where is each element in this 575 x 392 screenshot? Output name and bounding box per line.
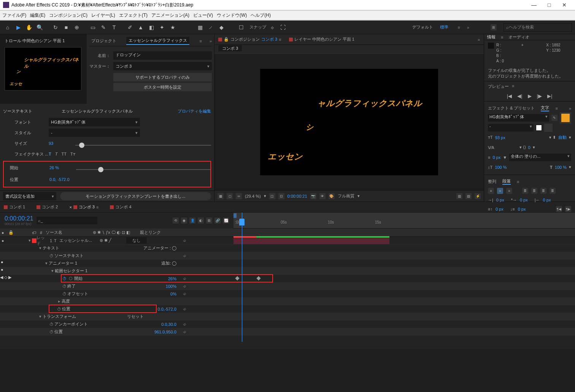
text-tool-icon[interactable]: T xyxy=(110,23,119,32)
resolution-icon[interactable]: ◫ xyxy=(269,193,275,199)
char-leading[interactable]: 自動 xyxy=(558,135,567,140)
name-input[interactable]: ドロップイン xyxy=(113,51,212,60)
tl-btn-5[interactable]: ⊞ xyxy=(206,217,212,224)
region-icon[interactable]: ⊡ xyxy=(278,193,284,199)
help-search-input[interactable]: ⌕ ヘルプを検索 xyxy=(504,23,572,32)
tab-preview[interactable]: プレビュー xyxy=(488,84,509,89)
menu-edit[interactable]: 編集(E) xyxy=(30,12,45,19)
export-mogrt-button[interactable]: モーショングラフィックステンプレートを書き出し... xyxy=(60,192,211,200)
row-start[interactable]: ◀ ◇ ▶ ⏱⬡開始26%꩜ xyxy=(0,275,575,282)
tab-project[interactable]: プロジェクト xyxy=(89,37,119,44)
stroke-option-select[interactable]: 全体の 塗りの... xyxy=(509,154,571,161)
font-select[interactable]: HG創英角ﾎﾟｯﾌﾟ体 xyxy=(49,118,140,126)
char-font-select[interactable]: HG創英角ﾎﾟｯﾌﾟ体 xyxy=(488,114,549,122)
fill-color-swatch[interactable] xyxy=(560,112,571,124)
menu-animation[interactable]: アニメーション(A) xyxy=(151,12,189,19)
start-slider-thumb[interactable] xyxy=(98,167,103,172)
rectangle-tool-icon[interactable]: ▭ xyxy=(88,23,97,32)
tl-graph-icon[interactable]: 📈 xyxy=(223,217,229,224)
minimize-button[interactable]: — xyxy=(526,0,542,10)
tab-audio[interactable]: オーディオ xyxy=(508,34,529,40)
play-icon[interactable]: ▶ xyxy=(528,93,532,99)
row-position[interactable]: ⏱位置0.0,-572.0꩜ xyxy=(0,305,575,313)
panel-overflow-icon[interactable]: » xyxy=(210,39,212,43)
stroke-color-swatch[interactable] xyxy=(536,125,542,131)
eyedropper-icon[interactable]: ✎ xyxy=(551,115,558,121)
tl-btn-2[interactable]: ◉ xyxy=(181,217,187,224)
library-icon[interactable]: ⊞ xyxy=(491,24,497,30)
roto-tool-icon[interactable]: ✦ xyxy=(157,23,167,32)
workspace-menu-icon[interactable]: ≡ xyxy=(457,25,460,30)
workspace-default[interactable]: デフォルト xyxy=(412,24,433,30)
tl-btn-1[interactable]: ⟲ xyxy=(173,217,179,224)
timeline-tab-4[interactable]: コンポ 4 xyxy=(110,204,131,210)
parent-select[interactable]: なし xyxy=(126,237,147,244)
timeline-tab-1[interactable]: コンポ 1 xyxy=(4,204,25,210)
bone-icon[interactable]: ⟋ xyxy=(206,23,215,32)
tab-character[interactable]: 文字 xyxy=(541,105,549,111)
puppet-tool-icon[interactable]: ★ xyxy=(168,23,177,32)
prev-frame-icon[interactable]: ◀| xyxy=(517,93,522,99)
char-size[interactable]: 93 px xyxy=(495,135,505,140)
style-select[interactable]: - xyxy=(49,129,140,137)
quality-dropdown-icon[interactable]: ▾ xyxy=(357,194,360,198)
char-style-select[interactable]: - xyxy=(488,124,534,132)
tl-btn-6[interactable]: 🔗 xyxy=(214,217,221,224)
vscale[interactable]: 100 % xyxy=(495,165,507,170)
first-frame-icon[interactable]: |◀ xyxy=(507,93,512,99)
stopwatch-icon[interactable]: ⏱ xyxy=(49,254,54,258)
workspace-standard[interactable]: 標準 xyxy=(440,24,448,30)
parent-pickwhip-icon[interactable]: ꩜ xyxy=(183,238,187,243)
size-value[interactable]: 93 xyxy=(49,141,75,146)
zoom-dropdown-icon[interactable]: ▾ xyxy=(264,194,266,198)
stroke-width[interactable]: 0 px xyxy=(492,155,500,160)
timeline-tab-2[interactable]: コンポ 2 xyxy=(37,204,58,210)
panel-menu-icon[interactable]: ≡ xyxy=(199,39,202,43)
tab-align[interactable]: 整列 xyxy=(488,179,496,184)
3d-view-icon[interactable]: ▤ xyxy=(465,193,472,199)
fast-preview-icon[interactable]: ⚡ xyxy=(475,193,481,199)
tab-paragraph[interactable]: 段落 xyxy=(502,178,511,185)
current-time-indicator[interactable] xyxy=(242,213,242,342)
toggle-mask-icon[interactable]: ◻ xyxy=(227,193,233,199)
hscale[interactable]: 100 % xyxy=(555,165,567,170)
zoom-value[interactable]: (29.4 %) xyxy=(245,194,261,198)
faux-bold-icon[interactable]: T xyxy=(49,152,51,156)
view-layout-icon[interactable]: ▥ xyxy=(456,193,462,199)
menu-file[interactable]: ファイル(F) xyxy=(2,12,26,19)
justify-right-icon[interactable]: ≣ xyxy=(540,188,546,194)
camera-tool-icon[interactable]: ■ xyxy=(62,23,71,32)
justify-left-icon[interactable]: ≣ xyxy=(522,188,528,194)
layer-tab[interactable]: レイヤー 中間色のシアン 平面 1 xyxy=(289,37,354,42)
mesh-icon[interactable]: ▦ xyxy=(195,23,205,32)
timeline-timecode[interactable]: 0:00:00:21 xyxy=(5,215,33,222)
comp-breadcrumb[interactable]: コンポ 3 xyxy=(218,45,242,51)
layer-duration-bar[interactable] xyxy=(233,237,389,244)
char-overflow-icon[interactable]: » xyxy=(569,106,571,111)
swap-colors-icon[interactable] xyxy=(544,124,553,132)
set-poster-time-button[interactable]: ポスター時間を設定 xyxy=(113,83,212,91)
menu-window[interactable]: ウィンドウ(W) xyxy=(217,12,247,19)
hand-tool-icon[interactable]: ✋ xyxy=(24,23,33,32)
edit-properties-link[interactable]: プロパティを編集 xyxy=(178,108,211,114)
allcaps-icon[interactable]: TT xyxy=(61,152,66,156)
char-tracking[interactable]: 0 xyxy=(528,145,531,150)
keyframe-icon[interactable] xyxy=(235,276,239,280)
pen-tool-icon[interactable]: ✎ xyxy=(99,23,108,32)
layer-row[interactable]: ● ▾ レッド 1 T エッセンシャル... ⊛ ✱ ╱ ꩜ なし xyxy=(0,237,575,244)
stopwatch-active-icon[interactable]: ⏱ xyxy=(62,276,67,281)
selection-tool-icon[interactable]: ▶ xyxy=(14,23,23,32)
menu-composition[interactable]: コンポジション(C) xyxy=(49,12,87,19)
menu-view[interactable]: ビュー(V) xyxy=(193,12,213,19)
comp-overflow-icon[interactable]: » xyxy=(478,37,480,42)
grid-icon[interactable]: ▦ xyxy=(218,193,224,199)
position-value[interactable]: 0.0, -572.0 xyxy=(49,177,95,182)
timeline-tab-3[interactable]: ×コンポ 3≡ xyxy=(69,204,98,210)
clone-tool-icon[interactable]: ▲ xyxy=(136,23,145,32)
tl-btn-4[interactable]: ◐ xyxy=(198,217,204,224)
tab-essential-graphics[interactable]: エッセンシャルグラフィックス xyxy=(126,37,189,45)
boundary-icon[interactable]: ⛶ xyxy=(278,23,288,32)
orbit-tool-icon[interactable]: ↻ xyxy=(51,23,60,32)
tab-effects-presets[interactable]: エフェクト & プリセット xyxy=(488,105,535,111)
align-right-icon[interactable]: ≡ xyxy=(506,188,512,194)
